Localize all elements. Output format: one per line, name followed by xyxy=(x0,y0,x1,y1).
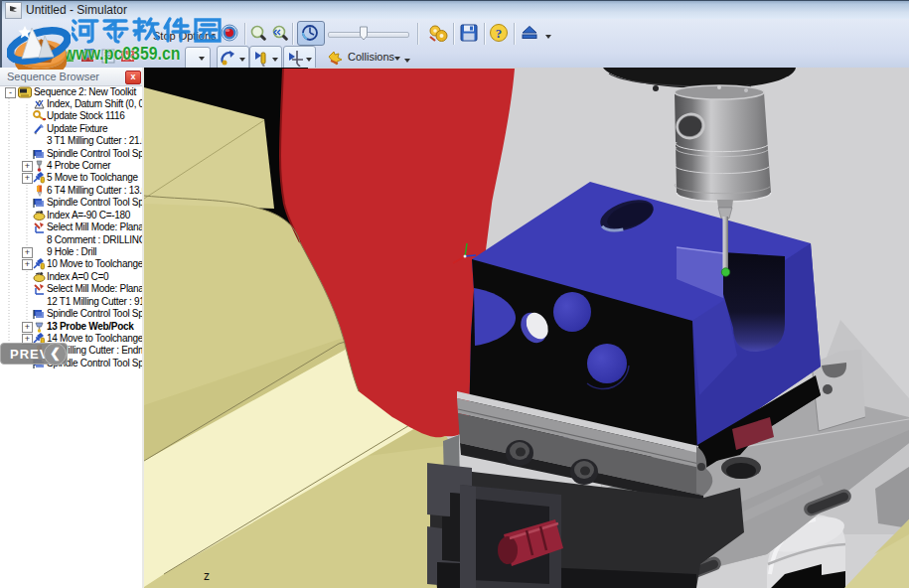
svg-text:?: ? xyxy=(496,26,503,41)
svg-text:z: z xyxy=(204,569,210,583)
